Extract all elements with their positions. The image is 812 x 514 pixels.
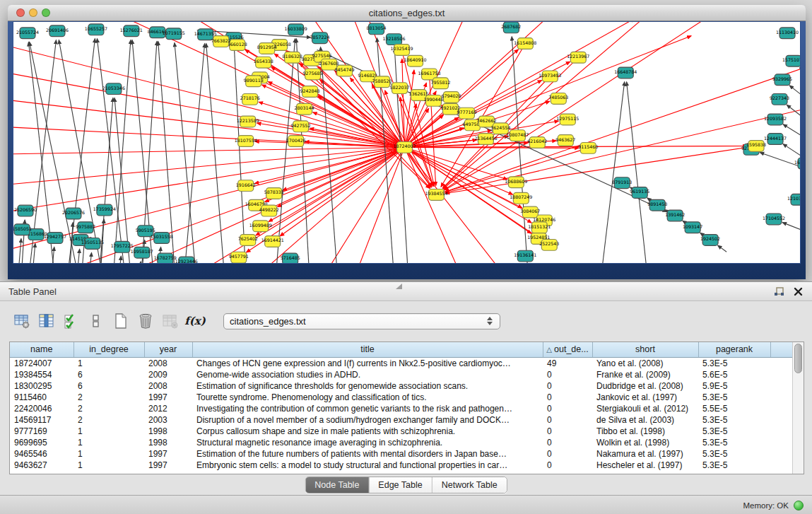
table-cell[interactable]: 5.5E-5 bbox=[698, 403, 770, 414]
graph-edge[interactable] bbox=[782, 223, 800, 231]
table-cell[interactable]: 0 bbox=[543, 369, 592, 380]
table-cell[interactable]: 1 bbox=[73, 426, 144, 437]
zoom-window-icon[interactable] bbox=[42, 8, 50, 17]
table-cell[interactable]: 6 bbox=[73, 369, 144, 380]
table-cell[interactable]: Corpus callosum shape and size in male p… bbox=[192, 426, 543, 437]
graph-edge[interactable] bbox=[13, 147, 405, 154]
function-builder-button[interactable]: f(x) bbox=[184, 310, 206, 332]
table-scrollbar[interactable] bbox=[792, 342, 804, 474]
delete-table-button[interactable] bbox=[135, 310, 156, 332]
minimize-window-icon[interactable] bbox=[29, 8, 37, 17]
graph-edge[interactable] bbox=[13, 147, 405, 214]
table-cell[interactable]: 49 bbox=[543, 357, 592, 369]
table-cell[interactable]: Embryonic stem cells: a model to study s… bbox=[192, 460, 543, 471]
table-row[interactable]: 969969511998Structural magnetic resonanc… bbox=[10, 437, 792, 448]
table-settings-button[interactable] bbox=[11, 310, 33, 332]
column-header-title[interactable]: title bbox=[192, 342, 543, 357]
graph-edge[interactable] bbox=[114, 98, 132, 263]
table-cell[interactable]: 2008 bbox=[144, 380, 192, 392]
table-cell[interactable]: 2003 bbox=[144, 414, 192, 426]
table-cell[interactable]: Estimation of the future numbers of pati… bbox=[192, 448, 543, 460]
graph-edge[interactable] bbox=[98, 98, 113, 263]
graph-edge[interactable] bbox=[176, 147, 405, 263]
graph-edge[interactable] bbox=[718, 245, 727, 252]
table-cell[interactable]: 19384554 bbox=[10, 369, 73, 380]
new-table-button[interactable] bbox=[110, 310, 131, 332]
table-cell[interactable]: 22420046 bbox=[10, 403, 73, 414]
table-cell[interactable]: 1 bbox=[73, 460, 144, 471]
table-cell[interactable]: 5.3E-5 bbox=[698, 357, 770, 369]
graph-edge[interactable] bbox=[783, 124, 800, 144]
table-cell[interactable]: 1997 bbox=[144, 460, 192, 471]
tab-node-table[interactable]: Node Table bbox=[305, 477, 369, 493]
graph-edge[interactable] bbox=[88, 252, 92, 263]
table-row[interactable]: 911546021997Tourette syndrome. Phenomeno… bbox=[10, 392, 792, 403]
memory-status-icon[interactable] bbox=[794, 501, 804, 510]
table-cell[interactable]: Tourette syndrome. Phenomenology and cla… bbox=[192, 392, 543, 403]
table-cell[interactable]: 9777169 bbox=[10, 426, 73, 437]
table-cell[interactable]: 5.9E-5 bbox=[698, 380, 770, 392]
graph-edge[interactable] bbox=[76, 249, 80, 263]
table-cell[interactable]: Yano et al. (2008) bbox=[592, 357, 698, 369]
table-cell[interactable]: Investigating the contribution of common… bbox=[192, 403, 543, 414]
table-cell[interactable]: Hescheler et al. (1997) bbox=[592, 460, 698, 471]
graph-edge[interactable] bbox=[444, 22, 709, 189]
network-window-titlebar[interactable]: citations_edges.txt bbox=[8, 5, 806, 21]
table-cell[interactable]: 9465546 bbox=[10, 448, 73, 460]
table-scrollbar-thumb[interactable] bbox=[794, 344, 802, 373]
table-row[interactable]: 2242004622012Investigating the contribut… bbox=[10, 403, 792, 414]
table-cell[interactable]: 2 bbox=[73, 414, 144, 426]
table-cell[interactable]: 6 bbox=[73, 380, 144, 392]
table-cell[interactable]: Stergiakouli et al. (2012) bbox=[592, 403, 698, 414]
graph-edge[interactable] bbox=[627, 82, 649, 263]
table-cell[interactable]: 2 bbox=[73, 403, 144, 414]
table-cell[interactable]: 18300295 bbox=[10, 380, 73, 392]
column-header-in-degree[interactable]: in_degree bbox=[73, 342, 144, 357]
table-cell[interactable]: Franke et al. (2009) bbox=[592, 369, 698, 380]
table-cell[interactable]: Genome-wide association studies in ADHD. bbox=[192, 369, 543, 380]
graph-edge[interactable] bbox=[445, 146, 756, 193]
graph-edge[interactable] bbox=[787, 105, 800, 127]
graph-edge[interactable] bbox=[17, 238, 21, 263]
table-cell[interactable]: Structural magnetic resonance image aver… bbox=[192, 437, 543, 448]
graph-edge[interactable] bbox=[69, 223, 73, 263]
table-row[interactable]: 1456911722003Disruption of a novel membe… bbox=[10, 414, 792, 426]
graph-edge[interactable] bbox=[13, 43, 405, 148]
graph-edge[interactable] bbox=[405, 147, 508, 263]
table-cell[interactable]: Nakamura et al. (1997) bbox=[592, 448, 698, 460]
table-cell[interactable]: 1 bbox=[73, 437, 144, 448]
graph-edge[interactable] bbox=[275, 39, 295, 263]
table-cell[interactable]: 2012 bbox=[144, 403, 192, 414]
table-cell[interactable]: 1 bbox=[73, 357, 144, 369]
tab-network-table[interactable]: Network Table bbox=[433, 477, 507, 493]
graph-edge[interactable] bbox=[13, 127, 405, 148]
table-cell[interactable]: 1998 bbox=[144, 437, 192, 448]
table-cell[interactable]: 18724007 bbox=[10, 357, 73, 369]
table-row[interactable]: 1872400712008Changes of HCN gene express… bbox=[10, 357, 792, 369]
tab-edge-table[interactable]: Edge Table bbox=[369, 477, 432, 493]
graph-edge[interactable] bbox=[183, 44, 205, 263]
graph-edge[interactable] bbox=[158, 42, 176, 263]
select-column-button[interactable] bbox=[36, 310, 57, 332]
table-selector-dropdown[interactable]: citations_edges.txt bbox=[223, 313, 500, 329]
table-cell[interactable]: 0 bbox=[543, 460, 592, 471]
table-row[interactable]: 946554611997Estimation of the future num… bbox=[10, 448, 792, 460]
table-cell[interactable]: 0 bbox=[543, 426, 592, 437]
table-cell[interactable]: 9463627 bbox=[10, 460, 73, 471]
table-cell[interactable]: de Silva et al. (2003) bbox=[592, 414, 698, 426]
table-cell[interactable]: 2008 bbox=[144, 357, 192, 369]
table-cell[interactable]: Jankovic et al. (1997) bbox=[592, 392, 698, 403]
table-row[interactable]: 946362711997Embryonic stem cells: a mode… bbox=[10, 460, 792, 471]
table-cell[interactable]: 0 bbox=[543, 414, 592, 426]
table-cell[interactable]: 0 bbox=[543, 403, 592, 414]
close-window-icon[interactable] bbox=[16, 8, 25, 17]
column-header-name[interactable]: name bbox=[10, 342, 73, 357]
table-cell[interactable]: 5.3E-5 bbox=[698, 437, 770, 448]
table-cell[interactable]: 1998 bbox=[144, 426, 192, 437]
column-header-short[interactable]: short bbox=[592, 342, 698, 357]
graph-edge[interactable] bbox=[789, 86, 800, 105]
column-header-out-de-[interactable]: △out_de... bbox=[543, 342, 592, 357]
table-cell[interactable]: 5.3E-5 bbox=[698, 448, 770, 460]
close-panel-icon[interactable] bbox=[793, 286, 804, 297]
row-height-button[interactable] bbox=[86, 310, 107, 332]
